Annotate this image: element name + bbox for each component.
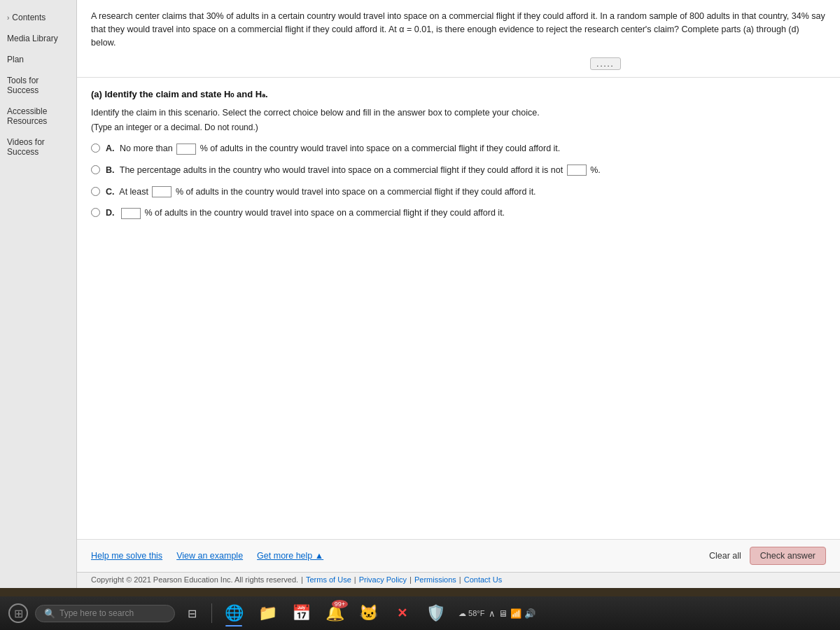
footer-separator-4: | [459, 575, 461, 584]
option-d-letter: D. [106, 208, 115, 218]
notification-app-icon[interactable]: 🔔 99+ [320, 598, 349, 628]
option-d-answer-box[interactable] [121, 208, 141, 219]
contact-us-link[interactable]: Contact Us [464, 575, 502, 584]
option-a: A. No more than % of adults in the count… [91, 142, 826, 155]
x-app-icon[interactable]: ✕ [387, 598, 416, 628]
option-a-label[interactable]: A. No more than % of adults in the count… [106, 142, 560, 155]
taskbar: ⊞ 🔍 ⊟ 🌐 📁 📅 🔔 99+ 🐱 [0, 596, 840, 630]
sidebar-item-label: Accessible Resources [7, 106, 69, 126]
sidebar-item-videos[interactable]: Videos for Success [0, 132, 76, 162]
notification-icon[interactable]: 🖥 [498, 608, 507, 619]
taskbar-separator-1 [211, 603, 212, 623]
instruction-text: Identify the claim in this scenario. Sel… [91, 106, 826, 120]
main-window: › Contents Media Library Plan Tools for … [0, 0, 840, 588]
system-tray: ☁ 58°F ∧ 🖥 📶 🔊 [454, 608, 540, 619]
calendar-icon[interactable]: 📅 [286, 598, 316, 628]
temperature: 58°F [468, 609, 484, 617]
tray-icons: ∧ 🖥 📶 🔊 [489, 608, 536, 619]
scrollable-content[interactable]: (a) Identify the claim and state H₀ and … [77, 78, 840, 539]
footer-bar: Copyright © 2021 Pearson Education Inc. … [77, 572, 840, 588]
task-view-icon[interactable]: ⊟ [179, 601, 204, 626]
help-me-solve-button[interactable]: Help me solve this [91, 551, 162, 561]
security-app-icon[interactable]: 🛡️ [421, 598, 450, 628]
view-example-button[interactable]: View an example [176, 551, 243, 561]
footer-separator-3: | [410, 575, 412, 584]
option-a-letter: A. [106, 144, 115, 153]
option-d-text-after: % of adults in the country would travel … [144, 208, 505, 218]
desktop: › Contents Media Library Plan Tools for … [0, 0, 840, 630]
sidebar-item-label: Plan [7, 55, 24, 64]
option-a-text-after: % of adults in the country would travel … [200, 144, 561, 153]
notification-badge: 99+ [332, 600, 348, 608]
option-d-label[interactable]: D. % of adults in the country would trav… [106, 206, 505, 220]
sidebar-item-label: Videos for Success [7, 137, 69, 157]
privacy-policy-link[interactable]: Privacy Policy [359, 575, 407, 584]
option-b-label[interactable]: B. The percentage adults in the country … [106, 164, 601, 177]
action-buttons-left: Help me solve this View an example Get m… [91, 551, 323, 561]
close-icon: ✕ [397, 606, 407, 621]
weather-display: ☁ 58°F [458, 609, 484, 618]
option-b-answer-box[interactable] [567, 164, 587, 176]
edge-browser-icon[interactable]: 🌐 [219, 598, 248, 628]
folder-icon: 📁 [258, 604, 277, 622]
wifi-icon[interactable]: 📶 [510, 608, 522, 619]
edge-icon: 🌐 [225, 604, 244, 622]
shield-icon: 🛡️ [426, 604, 445, 622]
option-d: D. % of adults in the country would trav… [91, 206, 826, 220]
sidebar-item-plan[interactable]: Plan [0, 49, 76, 70]
cat-app-icon[interactable]: 🐱 [354, 598, 383, 628]
cat-icon: 🐱 [359, 604, 378, 622]
option-c-label[interactable]: C. At least % of adults in the country w… [106, 186, 536, 199]
taskbar-search[interactable]: 🔍 [35, 605, 175, 622]
part-a-label: (a) Identify the claim and state H₀ and … [91, 89, 826, 99]
terms-of-use-link[interactable]: Terms of Use [306, 575, 351, 584]
sidebar-item-tools[interactable]: Tools for Success [0, 70, 76, 101]
option-b-text-after: %. [590, 165, 601, 175]
option-a-answer-box[interactable] [176, 144, 196, 155]
sidebar-item-media-library[interactable]: Media Library [0, 28, 76, 49]
problem-text: A research center claims that 30% of adu… [91, 10, 826, 49]
sidebar-item-label: Media Library [7, 34, 58, 43]
volume-icon[interactable]: 🔊 [524, 608, 536, 619]
option-b-text-before: The percentage adults in the country who… [120, 165, 566, 175]
radio-option-b[interactable] [91, 165, 100, 174]
content-area: A research center claims that 30% of adu… [77, 0, 840, 588]
clear-all-button[interactable]: Clear all [709, 551, 741, 561]
active-indicator [225, 625, 242, 626]
get-more-help-button[interactable]: Get more help ▲ [257, 551, 323, 561]
options-list: A. No more than % of adults in the count… [91, 142, 826, 220]
chevron-right-icon: › [7, 14, 9, 22]
option-b-letter: B. [106, 165, 115, 175]
ellipsis-button[interactable]: ..... [590, 57, 620, 70]
copyright-text: Copyright © 2021 Pearson Education Inc. … [91, 575, 298, 584]
problem-header: A research center claims that 30% of adu… [77, 0, 840, 78]
search-input[interactable] [59, 608, 166, 618]
search-icon: 🔍 [44, 608, 55, 619]
footer-separator-2: | [354, 575, 356, 584]
option-c-text-before: At least [119, 187, 150, 197]
action-bar: Help me solve this View an example Get m… [77, 539, 840, 572]
footer-separator-1: | [301, 575, 303, 584]
weather-icon: ☁ [458, 609, 466, 617]
calendar-icon-img: 📅 [292, 604, 311, 622]
check-answer-button[interactable]: Check answer [750, 547, 826, 565]
sidebar-item-label: Contents [12, 13, 46, 22]
option-c-answer-box[interactable] [152, 186, 172, 197]
file-explorer-icon[interactable]: 📁 [253, 598, 282, 628]
start-button[interactable]: ⊞ [6, 601, 31, 626]
option-a-text-before: No more than [120, 144, 175, 153]
sidebar-item-accessible[interactable]: Accessible Resources [0, 101, 76, 132]
sidebar-item-contents[interactable]: › Contents [0, 7, 76, 28]
option-c-letter: C. [106, 187, 115, 197]
action-buttons-right: Clear all Check answer [709, 547, 826, 565]
permissions-link[interactable]: Permissions [414, 575, 456, 584]
sidebar: › Contents Media Library Plan Tools for … [0, 0, 77, 588]
radio-option-a[interactable] [91, 144, 100, 153]
option-b: B. The percentage adults in the country … [91, 164, 826, 177]
caret-icon[interactable]: ∧ [489, 608, 496, 619]
radio-option-c[interactable] [91, 187, 100, 196]
option-c: C. At least % of adults in the country w… [91, 186, 826, 199]
type-note: (Type an integer or a decimal. Do not ro… [91, 122, 826, 132]
sidebar-item-label: Tools for Success [7, 76, 69, 95]
radio-option-d[interactable] [91, 208, 100, 217]
